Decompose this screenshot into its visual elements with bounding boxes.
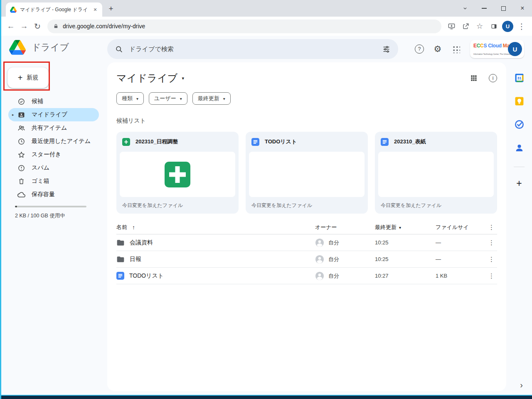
page-title: マイドライブ: [116, 71, 177, 85]
suggested-card[interactable]: 202310_日程調整 今日変更を加えたファイル: [116, 132, 239, 214]
drive-logo[interactable]: ドライブ: [9, 40, 69, 55]
title-caret-icon[interactable]: ▾: [182, 76, 184, 81]
install-icon[interactable]: [446, 20, 457, 33]
lock-icon: [53, 23, 59, 29]
filter-chip-type[interactable]: 種類 ▾: [116, 92, 144, 105]
sidebar-nav: 候補 ▸ マイドライブ 共有アイテム 最近使用したアイテム: [8, 95, 99, 201]
new-tab-button[interactable]: +: [105, 2, 117, 15]
tab-title: マイドライブ - Google ドライブ: [20, 6, 88, 13]
bottom-edge-strip: [0, 395, 532, 399]
suggested-card[interactable]: TODOリスト 今日変更を加えたファイル: [246, 132, 368, 214]
row-kebab-icon[interactable]: ⋮: [488, 273, 495, 279]
suggested-card[interactable]: 202310_表紙 今日変更を加えたファイル: [375, 132, 497, 214]
help-icon[interactable]: ?: [413, 43, 426, 55]
reload-icon[interactable]: ↻: [31, 20, 44, 33]
info-icon[interactable]: i: [489, 74, 497, 82]
owner-avatar: [315, 271, 324, 281]
screen: マイドライブ - Google ドライブ × + × ← → ↻ drive.g…: [0, 0, 532, 399]
tasks-icon[interactable]: [514, 119, 525, 130]
account-brand: ECCS Cloud Mail Information Technology C…: [473, 42, 506, 57]
card-title: TODOリスト: [265, 138, 297, 145]
search-input[interactable]: ドライブで検索: [107, 39, 398, 59]
left-edge-strip: [0, 0, 1, 399]
bookmark-star-icon[interactable]: ☆: [474, 20, 485, 33]
drive-product-name: ドライブ: [32, 41, 69, 54]
clock-icon: [17, 138, 25, 145]
close-window-button[interactable]: ×: [513, 0, 532, 17]
sidebar-item-my-drive[interactable]: ▸ マイドライブ: [8, 108, 99, 121]
sidebar-item-suggested[interactable]: 候補: [8, 95, 99, 108]
column-owner: オーナー: [315, 224, 375, 231]
docs-file-icon: [116, 272, 124, 280]
gear-icon[interactable]: ⚙: [431, 43, 444, 55]
sidebar-item-storage[interactable]: 保存容量: [8, 188, 99, 201]
sidebar-item-spam[interactable]: スパム: [8, 161, 99, 175]
card-thumbnail: [249, 152, 365, 197]
table-row[interactable]: 会議資料 自分 10:25 — ⋮: [116, 234, 497, 251]
account-avatar[interactable]: U: [508, 42, 522, 56]
svg-text:31: 31: [517, 76, 521, 80]
suggested-cards: 202310_日程調整 今日変更を加えたファイル TODOリスト: [116, 132, 497, 214]
share-icon[interactable]: [460, 20, 471, 33]
browser-profile-avatar[interactable]: U: [502, 21, 513, 32]
back-icon[interactable]: ←: [4, 20, 17, 33]
column-name[interactable]: 名前 ↑: [116, 224, 315, 231]
account-card[interactable]: ECCS Cloud Mail Information Technology C…: [470, 40, 524, 58]
storage-text: 2 KB / 100 GB 使用中: [15, 212, 65, 219]
side-panel-rail: 31 +: [506, 62, 532, 395]
browser-toolbar: ← → ↻ drive.google.com/drive/my-drive ☆ …: [0, 17, 532, 36]
owner-avatar: [315, 238, 324, 247]
calendar-icon[interactable]: 31: [514, 73, 525, 83]
url-text: drive.google.com/drive/my-drive: [63, 23, 145, 30]
sheets-file-icon: [122, 138, 130, 146]
storage-bar-fill: [15, 206, 17, 207]
browser-tab[interactable]: マイドライブ - Google ドライブ ×: [6, 2, 102, 17]
card-title: 202310_日程調整: [135, 138, 178, 145]
row-kebab-icon[interactable]: ⋮: [488, 239, 495, 246]
tab-close-icon[interactable]: ×: [91, 6, 99, 13]
filter-chips: 種類 ▾ ユーザー ▾ 最終更新 ▾: [116, 92, 497, 105]
side-panel-icon[interactable]: [488, 20, 500, 33]
main-panel: マイドライブ ▾ i 種類 ▾ ユーザー: [107, 62, 506, 391]
sort-ascending-icon: ↑: [132, 224, 135, 231]
tab-search-icon[interactable]: [456, 0, 475, 17]
minimize-button[interactable]: [475, 0, 494, 17]
search-icon: [115, 45, 123, 54]
column-modified[interactable]: 最終更新▾: [375, 224, 436, 231]
my-drive-icon: [17, 111, 25, 119]
star-icon: [17, 151, 25, 159]
drive-logo-icon: [9, 40, 26, 55]
filter-chip-modified[interactable]: 最終更新 ▾: [192, 92, 231, 105]
card-footer: 今日変更を加えたファイル: [116, 197, 239, 214]
table-row[interactable]: TODOリスト 自分 10:27 1 KB ⋮: [116, 268, 497, 284]
browser-menu-kebab-icon[interactable]: ⋮: [516, 20, 527, 33]
header-kebab-icon[interactable]: ⋮: [488, 224, 495, 230]
column-size: ファイルサイ: [436, 224, 482, 231]
hide-side-panel-icon[interactable]: ›: [520, 380, 523, 390]
drive-app: ドライブ ドライブで検索 ? ⚙ ECCS Cloud Mail Informa…: [0, 36, 532, 395]
row-kebab-icon[interactable]: ⋮: [488, 256, 495, 262]
contacts-icon[interactable]: [514, 143, 525, 153]
drive-favicon-icon: [10, 7, 17, 13]
chevron-down-icon: ▾: [223, 96, 225, 101]
rail-divider: [514, 167, 525, 167]
docs-file-icon: [251, 138, 259, 146]
search-options-icon[interactable]: [382, 45, 391, 54]
apps-grid-icon[interactable]: [450, 43, 462, 55]
cloud-icon: [17, 191, 25, 199]
get-addons-plus-icon[interactable]: +: [516, 178, 522, 189]
expand-caret-icon[interactable]: ▸: [12, 113, 14, 117]
sidebar-item-shared[interactable]: 共有アイテム: [8, 121, 99, 135]
forward-icon[interactable]: →: [17, 20, 31, 33]
grid-view-icon[interactable]: [470, 74, 478, 82]
keep-icon[interactable]: [514, 96, 525, 106]
sidebar-item-recent[interactable]: 最近使用したアイテム: [8, 135, 99, 148]
chevron-down-icon: ▾: [136, 96, 138, 101]
docs-file-icon: [381, 138, 389, 146]
maximize-button[interactable]: [494, 0, 513, 17]
filter-chip-people[interactable]: ユーザー ▾: [149, 92, 187, 105]
table-row[interactable]: 日報 自分 10:25 — ⋮: [116, 251, 497, 268]
address-bar[interactable]: drive.google.com/drive/my-drive: [47, 20, 441, 33]
sidebar-item-trash[interactable]: ゴミ箱: [8, 175, 99, 188]
sidebar-item-starred[interactable]: スター付き: [8, 148, 99, 161]
